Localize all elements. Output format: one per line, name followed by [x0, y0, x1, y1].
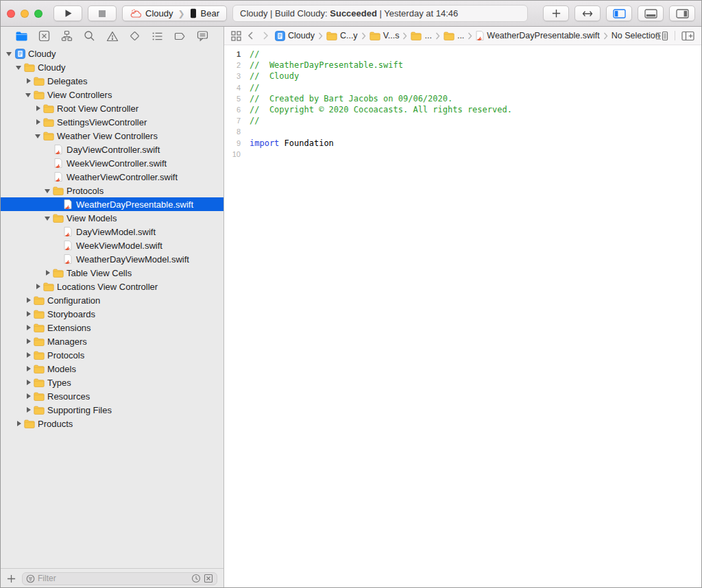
filter-input[interactable] — [38, 574, 189, 583]
tree-row-managers[interactable]: Managers — [1, 334, 223, 348]
code-review-arrows-button[interactable] — [574, 5, 601, 21]
navigator-tab-symbol-navigator[interactable] — [60, 29, 74, 44]
tree-row-weatherdaypresentable-swift[interactable]: WeatherDayPresentable.swift — [1, 197, 223, 211]
code-line-text: // Copyright © 2020 Cocoacasts. All righ… — [250, 104, 512, 115]
breadcrumb-item-weatherdaypresentable-swift[interactable]: WeatherDayPresentable.swift — [476, 31, 599, 40]
tree-row-cloudy[interactable]: Cloudy — [1, 47, 223, 60]
breadcrumb-item-[interactable]: ... — [444, 31, 464, 40]
add-editor-button[interactable] — [681, 31, 694, 41]
adjust-editor-options-button[interactable] — [655, 31, 668, 41]
tree-row-configuration[interactable]: Configuration — [1, 293, 223, 307]
scheme-selector[interactable]: Cloudy ❯ Bear — [122, 5, 227, 21]
destination-name: Bear — [201, 8, 219, 19]
disclosure-triangle-icon[interactable] — [43, 184, 52, 197]
breadcrumb-item-c-y[interactable]: C...y — [326, 31, 358, 40]
tree-row-cloudy[interactable]: Cloudy — [1, 60, 223, 74]
tree-row-weatherdayviewmodel-swift[interactable]: WeatherDayViewModel.swift — [1, 252, 223, 266]
run-button[interactable] — [53, 5, 82, 21]
add-file-button[interactable] — [7, 574, 16, 583]
tree-row-weekviewmodel-swift[interactable]: WeekViewModel.swift — [1, 238, 223, 252]
disclosure-triangle-icon[interactable] — [34, 115, 43, 129]
disclosure-triangle-icon[interactable] — [24, 334, 33, 348]
go-forward-button[interactable] — [260, 31, 271, 40]
disclosure-triangle-icon[interactable] — [14, 417, 23, 430]
tree-row-dayviewmodel-swift[interactable]: DayViewModel.swift — [1, 225, 223, 238]
filter-field[interactable] — [22, 572, 217, 585]
toggle-inspector-button[interactable] — [669, 5, 695, 21]
tree-row-root-view-controller[interactable]: Root View Controller — [1, 101, 223, 115]
stop-button[interactable] — [88, 5, 117, 21]
tree-row-supporting-files[interactable]: Supporting Files — [1, 403, 223, 417]
navigator-tab-breakpoint-navigator[interactable] — [173, 29, 187, 44]
disclosure-triangle-icon[interactable] — [34, 101, 43, 115]
code-line: 3// Cloudy — [224, 71, 701, 82]
source-control-status-icon[interactable] — [204, 574, 213, 583]
disclosure-triangle-icon[interactable] — [24, 74, 33, 88]
breadcrumb-item-[interactable]: ... — [411, 31, 431, 40]
disclosure-triangle-icon[interactable] — [24, 88, 33, 101]
disclosure-triangle-icon[interactable] — [34, 129, 43, 143]
disclosure-triangle-icon[interactable] — [24, 293, 33, 307]
navigator-tab-test-navigator[interactable] — [128, 29, 142, 44]
navigator-tab-report-navigator[interactable] — [196, 29, 210, 44]
breadcrumb-item-v-s[interactable]: V...s — [370, 31, 400, 40]
tree-row-delegates[interactable]: Delegates — [1, 74, 223, 88]
navigator-tab-find-navigator[interactable] — [83, 29, 97, 44]
navigator-tab-source-control-navigator[interactable] — [38, 29, 51, 44]
tree-row-settingsviewcontroller[interactable]: SettingsViewController — [1, 115, 223, 129]
code-line: 6// Copyright © 2020 Cocoacasts. All rig… — [224, 104, 701, 115]
disclosure-triangle-icon[interactable] — [24, 389, 33, 403]
disclosure-triangle-icon[interactable] — [24, 321, 33, 334]
tree-row-extensions[interactable]: Extensions — [1, 321, 223, 334]
tree-row-weather-view-controllers[interactable]: Weather View Controllers — [1, 129, 223, 143]
code-line-text: // Cloudy — [250, 71, 299, 82]
minimize-window-button[interactable] — [21, 10, 29, 18]
tree-row-types[interactable]: Types — [1, 376, 223, 389]
related-items-icon[interactable] — [231, 31, 241, 41]
disclosure-triangle-icon[interactable] — [14, 60, 23, 74]
tree-row-weekviewcontroller-swift[interactable]: WeekViewController.swift — [1, 156, 223, 170]
zoom-window-button[interactable] — [34, 10, 43, 18]
tree-row-protocols[interactable]: Protocols — [1, 184, 223, 197]
tree-row-dayviewcontroller-swift[interactable]: DayViewController.swift — [1, 143, 223, 156]
swift-icon — [52, 158, 64, 168]
disclosure-triangle-icon[interactable] — [43, 211, 52, 225]
tree-row-storyboards[interactable]: Storyboards — [1, 307, 223, 321]
disclosure-triangle-icon[interactable] — [5, 47, 14, 60]
toggle-debug-area-button[interactable] — [638, 5, 664, 21]
close-window-button[interactable] — [7, 10, 15, 18]
tree-row-products[interactable]: Products — [1, 417, 223, 430]
disclosure-triangle-icon[interactable] — [24, 348, 33, 362]
swift-icon — [52, 145, 64, 154]
disclosure-triangle-icon[interactable] — [43, 266, 52, 280]
tree-row-protocols[interactable]: Protocols — [1, 348, 223, 362]
disclosure-triangle-icon[interactable] — [24, 362, 33, 376]
toggle-navigator-button[interactable] — [606, 5, 632, 21]
folder-icon — [33, 378, 45, 387]
breadcrumb-item-no-selection[interactable]: No Selection — [612, 31, 660, 40]
code-editor[interactable]: 1//2// WeatherDayPresentable.swift3// Cl… — [224, 45, 701, 588]
swift-icon — [52, 172, 64, 182]
tree-row-weatherviewcontroller-swift[interactable]: WeatherViewController.swift — [1, 170, 223, 184]
debug-navigator-icon — [152, 31, 163, 42]
disclosure-triangle-icon[interactable] — [34, 280, 43, 293]
navigator-tab-project-navigator[interactable] — [15, 29, 29, 44]
navigator-tab-debug-navigator[interactable] — [151, 29, 165, 44]
tree-row-table-view-cells[interactable]: Table View Cells — [1, 266, 223, 280]
swift-icon — [62, 254, 74, 264]
library-button[interactable] — [543, 5, 569, 21]
go-back-button[interactable] — [245, 31, 256, 40]
tree-row-models[interactable]: Models — [1, 362, 223, 376]
tree-row-view-controllers[interactable]: View Controllers — [1, 88, 223, 101]
tree-row-view-models[interactable]: View Models — [1, 211, 223, 225]
tree-row-locations-view-controller[interactable]: Locations View Controller — [1, 280, 223, 293]
tree-row-label: Resources — [47, 391, 90, 402]
breadcrumb-item-cloudy[interactable]: Cloudy — [275, 31, 315, 41]
tree-row-resources[interactable]: Resources — [1, 389, 223, 403]
navigator-tab-issue-navigator[interactable] — [106, 29, 119, 44]
disclosure-triangle-icon[interactable] — [24, 307, 33, 321]
divider — [675, 31, 675, 40]
disclosure-triangle-icon[interactable] — [24, 403, 33, 417]
recent-files-icon[interactable] — [191, 574, 201, 583]
disclosure-triangle-icon[interactable] — [24, 376, 33, 389]
